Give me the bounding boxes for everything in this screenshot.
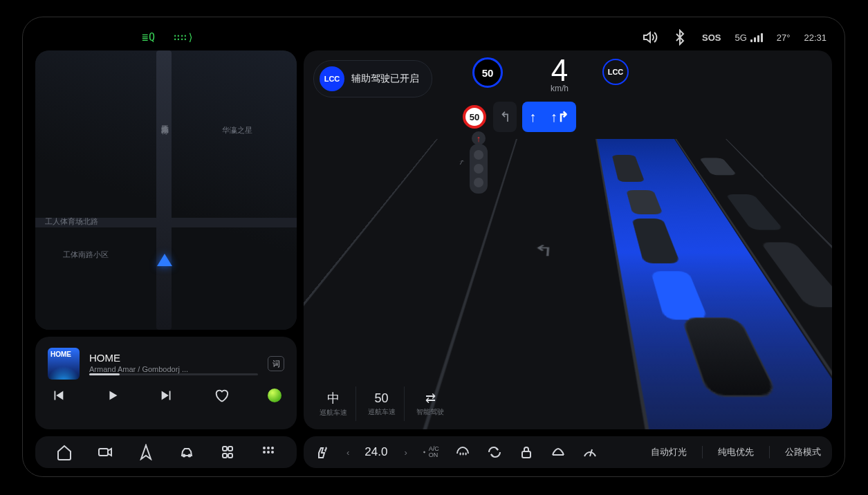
network-label: 5G	[735, 32, 746, 43]
road-label: 工人体育场北路	[45, 216, 98, 227]
divider	[769, 446, 770, 458]
current-speed: 4 km/h	[518, 53, 601, 93]
ev-priority-button[interactable]: 纯电优先	[718, 446, 754, 458]
svg-point-10	[263, 451, 266, 454]
outside-temp: 27°	[777, 32, 791, 43]
track-artist: Armand Amar / Gombodorj ...	[89, 365, 258, 373]
drive-mode-button[interactable]: 公路模式	[785, 446, 821, 458]
temp-display[interactable]: 24.0	[364, 445, 389, 459]
svg-rect-5	[223, 454, 227, 458]
ac-state: ON	[429, 452, 439, 458]
driving-scene: ↑ ↰ LCC 辅助驾驶已开启	[304, 50, 832, 429]
map-poi-label: 工体南路小区	[63, 250, 109, 260]
car-button[interactable]	[178, 444, 195, 460]
cruise-speed-button[interactable]: 50 巡航车速	[359, 386, 405, 421]
progress-bar[interactable]	[89, 373, 258, 375]
music-card: HOME HOME Armand Amar / Gombodorj ... 词	[35, 337, 297, 429]
lane-guidance-left: ↱	[493, 102, 517, 132]
svg-point-9	[271, 447, 274, 449]
adas-status-text: 辅助驾驶已开启	[351, 73, 419, 85]
fan-button[interactable]: A/CON	[423, 444, 439, 460]
sos-button[interactable]: SOS	[702, 32, 721, 43]
svg-rect-13	[522, 451, 530, 458]
right-dock: ‹ 24.0 › A/CON 自动灯光 纯电优先 公路模式	[304, 436, 832, 468]
seat-button[interactable]	[219, 444, 236, 460]
cruise-value: 50	[374, 391, 388, 406]
defrost-button[interactable]	[454, 444, 471, 460]
clock: 22:31	[804, 32, 827, 43]
svg-rect-0	[99, 449, 108, 456]
indicator-icon: ∷∷⟩	[174, 31, 194, 44]
svg-point-11	[267, 451, 270, 454]
volume-icon[interactable]	[641, 29, 658, 46]
svg-point-8	[267, 447, 270, 449]
wiper-button[interactable]	[582, 444, 598, 460]
vehicle-cursor-icon	[157, 254, 172, 266]
speed-limit-sign: 50	[463, 105, 486, 129]
lock-button[interactable]	[518, 444, 535, 460]
recirc-button[interactable]	[486, 444, 503, 460]
track-title: HOME	[89, 352, 258, 364]
indicator-icon: ≣Q	[142, 31, 156, 44]
favorite-button[interactable]	[214, 388, 229, 403]
lane-arrow-icon: ↰	[532, 242, 555, 260]
temp-down-button[interactable]: ‹	[347, 447, 349, 458]
seat-heat-button[interactable]	[315, 444, 331, 460]
adas-status-pill[interactable]: LCC 辅助驾驶已开启	[313, 60, 432, 97]
follow-level-label: 巡航车速	[320, 408, 347, 418]
mode-label: 智能驾驶	[416, 407, 444, 417]
follow-distance-button[interactable]: 中 巡航车速	[311, 386, 356, 421]
svg-point-7	[263, 447, 266, 449]
temp-up-button[interactable]: ›	[404, 447, 407, 458]
dashcam-button[interactable]	[97, 444, 113, 460]
svg-rect-6	[228, 454, 232, 458]
svg-rect-4	[228, 447, 232, 451]
signal-icon	[750, 33, 763, 42]
album-art[interactable]: HOME	[48, 348, 80, 380]
drive-mode-button[interactable]: ⇄ 智能驾驶	[407, 386, 453, 421]
detected-vehicle	[699, 158, 737, 175]
divider	[702, 446, 703, 458]
bluetooth-icon[interactable]	[672, 29, 688, 46]
lane-arrow-icon: ↑	[454, 158, 468, 166]
follow-level: 中	[327, 390, 340, 407]
status-bar: ≣Q ∷∷⟩ SOS 5G 27° 22:31	[35, 27, 832, 48]
nav-button[interactable]	[138, 444, 154, 460]
lcc-indicator[interactable]: LCC	[602, 59, 629, 85]
map-panel[interactable]: 工人体育场东路 工人体育场北路 华瀛之星 工体南路小区	[35, 50, 297, 330]
svg-point-12	[271, 451, 274, 454]
prev-track-button[interactable]	[50, 388, 66, 403]
map-poi-label: 华瀛之星	[222, 125, 252, 136]
home-button[interactable]	[56, 444, 73, 460]
music-source-icon[interactable]	[268, 389, 281, 402]
cruise-set-speed[interactable]: 50	[472, 57, 503, 88]
speed-value: 4	[551, 53, 568, 87]
speed-unit: km/h	[518, 84, 601, 93]
trunk-button[interactable]	[550, 444, 566, 460]
red-arrow-icon: ↑	[472, 131, 486, 145]
traffic-light-icon: ↑	[470, 144, 488, 194]
swap-icon: ⇄	[425, 391, 436, 406]
driving-panel: ↑ ↰ LCC 辅助驾驶已开启	[304, 50, 832, 429]
play-button[interactable]	[105, 388, 120, 403]
detected-vehicle	[726, 194, 784, 230]
album-tag: HOME	[50, 351, 71, 358]
svg-rect-3	[223, 447, 227, 451]
lyrics-button[interactable]: 词	[268, 356, 284, 371]
cruise-label: 巡航车速	[368, 407, 396, 417]
lane-guidance-straight: ↑↑↱	[522, 102, 576, 132]
lcc-badge-icon: LCC	[320, 66, 344, 91]
auto-light-button[interactable]: 自动灯光	[651, 446, 687, 458]
next-track-button[interactable]	[159, 388, 174, 403]
apps-button[interactable]	[260, 444, 277, 460]
left-dock	[35, 436, 297, 468]
